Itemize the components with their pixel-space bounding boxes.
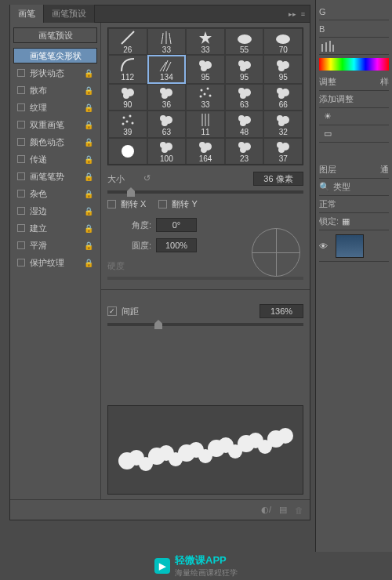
brush-tip-12[interactable]: 33 <box>186 84 225 111</box>
lock-icon[interactable]: 🔒 <box>84 190 93 198</box>
spacing-input[interactable]: 136% <box>260 304 303 318</box>
filter-type-label[interactable]: 类型 <box>333 181 350 193</box>
option-checkbox[interactable] <box>17 103 25 111</box>
option-checkbox[interactable] <box>17 69 25 77</box>
color-spectrum[interactable] <box>319 58 389 71</box>
brush-tip-20[interactable] <box>108 138 147 165</box>
option-checkbox[interactable] <box>17 190 25 198</box>
brush-option-1[interactable]: 形状动态🔒 <box>13 65 97 81</box>
brush-tip-7[interactable]: 95 <box>186 55 225 83</box>
search-icon[interactable]: 🔍 <box>319 182 330 192</box>
trash-icon[interactable]: 🗑 <box>295 506 303 515</box>
lock-icon[interactable]: 🔒 <box>84 103 93 112</box>
option-checkbox[interactable] <box>17 138 25 146</box>
flip-y-checkbox[interactable] <box>158 200 167 208</box>
tab-brush[interactable]: 画笔 <box>10 5 44 23</box>
promo-title: 轻微课APP <box>175 553 238 567</box>
option-checkbox[interactable] <box>17 155 25 163</box>
brush-option-5[interactable]: 颜色动态🔒 <box>13 134 97 150</box>
adjust-more-icon[interactable]: ▭ <box>324 129 332 139</box>
brush-tip-0[interactable]: 26 <box>108 28 147 55</box>
reset-size-icon[interactable]: ↺ <box>143 173 154 184</box>
brush-option-6[interactable]: 传递🔒 <box>13 151 97 167</box>
new-preset-icon[interactable]: ▤ <box>279 505 287 515</box>
brush-option-4[interactable]: 双重画笔🔒 <box>13 117 97 132</box>
brush-tip-11[interactable]: 36 <box>147 84 187 111</box>
angle-input[interactable]: 0° <box>156 218 197 232</box>
option-checkbox[interactable] <box>17 207 25 215</box>
brush-tip-17[interactable]: 11 <box>186 111 225 137</box>
option-checkbox[interactable] <box>17 86 25 94</box>
lock-icon[interactable]: 🔒 <box>84 172 93 181</box>
brush-tip-grid[interactable]: 2633335570112134959595903633636639631148… <box>107 27 303 165</box>
brush-tip-1[interactable]: 33 <box>147 28 187 55</box>
tab-menu[interactable]: ▸▸≡ <box>289 10 310 18</box>
tab-channels[interactable]: 通 <box>380 164 389 176</box>
brush-tip-4[interactable]: 70 <box>263 28 303 55</box>
brush-tip-13[interactable]: 63 <box>225 84 264 111</box>
brush-option-0[interactable]: 画笔笔尖形状🔒 <box>13 48 97 63</box>
option-checkbox[interactable] <box>17 121 25 129</box>
lock-icon[interactable]: 🔒 <box>84 138 93 147</box>
brush-preset-button[interactable]: 画笔预设 <box>13 27 97 43</box>
brush-tip-16[interactable]: 63 <box>147 111 187 137</box>
option-checkbox[interactable] <box>17 241 25 249</box>
toggle-preview-icon[interactable]: ◐/ <box>261 505 271 515</box>
tab-adjustments[interactable]: 调整 <box>319 76 336 88</box>
option-checkbox[interactable] <box>17 172 25 180</box>
brush-tip-21[interactable]: 100 <box>147 138 187 165</box>
lock-icon[interactable]: 🔒 <box>84 259 93 267</box>
brush-tip-19[interactable]: 32 <box>263 111 303 137</box>
brush-tip-9[interactable]: 95 <box>263 55 303 83</box>
menu-icon[interactable]: ≡ <box>301 10 305 18</box>
visibility-icon[interactable]: 👁 <box>319 241 328 251</box>
option-checkbox[interactable] <box>17 259 25 266</box>
lock-icon[interactable]: 🔒 <box>84 155 93 164</box>
brush-tip-22[interactable]: 164 <box>186 138 225 165</box>
size-input[interactable]: 36 像素 <box>253 172 303 186</box>
brushes-dock-icon[interactable] <box>319 38 336 55</box>
spacing-checkbox[interactable]: ✓ <box>107 306 117 316</box>
brush-tip-2[interactable]: 33 <box>186 28 225 55</box>
brush-tip-24[interactable]: 37 <box>263 138 303 165</box>
brush-tip-6[interactable]: 134 <box>147 55 187 83</box>
flip-x-checkbox[interactable] <box>107 200 116 208</box>
brush-option-8[interactable]: 杂色🔒 <box>13 186 97 201</box>
size-slider[interactable] <box>107 190 303 194</box>
lock-pixels-icon[interactable]: ▦ <box>342 216 350 227</box>
brush-option-7[interactable]: 画笔笔势🔒 <box>13 169 97 184</box>
brush-option-10[interactable]: 建立🔒 <box>13 220 97 236</box>
lock-icon[interactable]: 🔒 <box>84 224 93 233</box>
tab-styles[interactable]: 样 <box>380 76 389 88</box>
lock-icon[interactable]: 🔒 <box>84 69 93 78</box>
brush-option-2[interactable]: 散布🔒 <box>13 82 97 98</box>
brush-option-11[interactable]: 平滑🔒 <box>13 237 97 253</box>
layer-thumbnail[interactable] <box>336 234 364 258</box>
brush-tip-5[interactable]: 112 <box>108 55 147 83</box>
brush-tip-18[interactable]: 48 <box>225 111 264 137</box>
brush-tip-8[interactable]: 95 <box>225 55 264 83</box>
tab-layers[interactable]: 图层 <box>319 164 336 176</box>
lock-icon[interactable]: 🔒 <box>84 86 93 95</box>
brush-option-12[interactable]: 保护纹理🔒 <box>13 255 97 270</box>
brush-tip-15[interactable]: 39 <box>108 111 147 137</box>
brush-tip-3[interactable]: 55 <box>225 28 264 55</box>
brush-tip-23[interactable]: 23 <box>225 138 264 165</box>
collapse-icon[interactable]: ▸▸ <box>289 10 296 18</box>
lock-icon[interactable]: 🔒 <box>84 207 93 216</box>
brush-swatch-icon <box>196 85 215 100</box>
spacing-slider[interactable] <box>107 323 303 326</box>
brush-tip-10[interactable]: 90 <box>108 84 147 111</box>
brush-tip-14[interactable]: 66 <box>263 84 303 111</box>
adjust-brightness-icon[interactable]: ☀ <box>324 111 332 121</box>
angle-roundness-widget[interactable] <box>252 228 300 277</box>
lock-icon[interactable]: 🔒 <box>84 121 93 129</box>
option-checkbox[interactable] <box>17 224 25 232</box>
brush-option-3[interactable]: 纹理🔒 <box>13 100 97 115</box>
tab-brush-presets[interactable]: 画笔预设 <box>44 5 95 23</box>
brush-option-9[interactable]: 湿边🔒 <box>13 203 97 219</box>
svg-point-16 <box>162 92 168 99</box>
blend-mode-select[interactable]: 正常 <box>319 198 336 210</box>
lock-icon[interactable]: 🔒 <box>84 241 93 250</box>
roundness-input[interactable]: 100% <box>156 238 197 252</box>
